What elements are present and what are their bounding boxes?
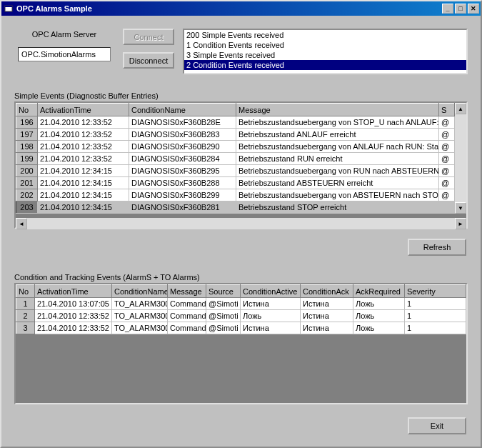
scroll-down-icon[interactable]: ▼	[455, 202, 466, 214]
simple-events-grid[interactable]: No ActivationTime ConditionName Message …	[14, 101, 468, 229]
cell: 199	[16, 153, 38, 165]
table-row[interactable]: 20021.04.2010 12:34:15DIAGNOSIS0xF360B29…	[16, 165, 455, 177]
cell: Betriebszustandsuebergang von ABSTEUERN …	[236, 189, 439, 201]
c-col-message[interactable]: Message	[168, 285, 206, 298]
cell: 3	[16, 322, 35, 334]
disconnect-button[interactable]: Disconnect	[123, 52, 174, 69]
c-col-activation[interactable]: ActivationTime	[35, 285, 112, 298]
table-row[interactable]: 19821.04.2010 12:33:52DIAGNOSIS0xF360B29…	[16, 141, 455, 153]
cell: 21.04.2010 12:33:52	[35, 322, 112, 334]
event-log-item[interactable]: 200 Simple Events received	[184, 30, 466, 40]
cell: Betriebszustandsuebergang von STOP_U nac…	[236, 116, 439, 129]
close-button[interactable]: ✕	[468, 4, 479, 14]
cell: DIAGNOSIS0xF360B281	[129, 201, 236, 214]
scroll-right-icon[interactable]: ►	[455, 218, 466, 229]
table-row[interactable]: 221.04.2010 12:33:52TO_ALARM300(Command@…	[16, 310, 466, 322]
table-row[interactable]: 19621.04.2010 12:33:52DIAGNOSIS0xF360B28…	[16, 116, 455, 129]
c-col-condition[interactable]: ConditionName	[112, 285, 168, 298]
cell: 203	[16, 201, 38, 214]
cell: TO_ALARM300(	[112, 310, 168, 322]
cell: @	[439, 177, 455, 189]
c-col-severity[interactable]: Severity	[405, 285, 466, 298]
cell: Command	[168, 298, 206, 310]
table-row[interactable]: 20321.04.2010 12:34:15DIAGNOSIS0xF360B28…	[16, 201, 455, 214]
col-condition[interactable]: ConditionName	[129, 104, 236, 116]
cell: 21.04.2010 12:33:52	[38, 129, 129, 141]
client-area: OPC Alarm Server Connect Disconnect 200 …	[1, 16, 481, 447]
cell: Betriebszustand ABSTEUERN erreicht	[236, 177, 439, 189]
titlebar[interactable]: OPC Alarms Sample _ □ ✕	[1, 1, 481, 16]
cell: TO_ALARM300(	[112, 298, 168, 310]
cell: 21.04.2010 12:33:52	[38, 116, 129, 129]
minimize-button[interactable]: _	[442, 4, 453, 14]
table-row[interactable]: 121.04.2010 13:07:05TO_ALARM300(Command@…	[16, 298, 466, 310]
cell: @	[439, 141, 455, 153]
server-label: OPC Alarm Server	[32, 30, 96, 39]
main-window: OPC Alarms Sample _ □ ✕ OPC Alarm Server…	[0, 0, 482, 448]
table-row[interactable]: 20121.04.2010 12:34:15DIAGNOSIS0xF360B28…	[16, 177, 455, 189]
cell: Истина	[301, 322, 353, 334]
event-log-item[interactable]: 1 Condition Events received	[184, 40, 466, 50]
scroll-up-icon[interactable]: ▲	[455, 103, 466, 114]
cell: 21.04.2010 12:34:15	[38, 165, 129, 177]
event-log-item[interactable]: 3 Simple Events received	[184, 50, 466, 60]
cell: DIAGNOSIS0xF360B299	[129, 189, 236, 201]
c-col-no[interactable]: No	[16, 285, 35, 298]
simple-vertical-scrollbar[interactable]: ▲ ▼	[455, 103, 466, 214]
c-col-ackreq[interactable]: AckRequired	[353, 285, 405, 298]
col-no[interactable]: No	[16, 104, 38, 116]
cell: 1	[16, 298, 35, 310]
col-activation[interactable]: ActivationTime	[38, 104, 129, 116]
cell: 21.04.2010 12:34:15	[38, 177, 129, 189]
cell: DIAGNOSIS0xF360B290	[129, 141, 236, 153]
maximize-button[interactable]: □	[455, 4, 466, 14]
c-col-ack[interactable]: ConditionAck	[301, 285, 353, 298]
table-row[interactable]: 321.04.2010 12:33:52TO_ALARM300(Command@…	[16, 322, 466, 334]
cell: 201	[16, 177, 38, 189]
cell: Betriebszustandsuebergang von ANLAUF nac…	[236, 141, 439, 153]
cell: Ложь	[353, 310, 405, 322]
cell: Command	[168, 310, 206, 322]
cell: 1	[405, 322, 466, 334]
event-log-item[interactable]: 2 Condition Events received	[184, 60, 466, 70]
cell: 21.04.2010 12:33:52	[35, 310, 112, 322]
col-s[interactable]: S	[439, 104, 455, 116]
cell: DIAGNOSIS0xF360B284	[129, 153, 236, 165]
connect-button[interactable]: Connect	[123, 29, 174, 45]
col-message[interactable]: Message	[236, 104, 439, 116]
cell: 197	[16, 129, 38, 141]
simple-horizontal-scrollbar[interactable]: ◄ ►	[16, 218, 466, 229]
c-col-source[interactable]: Source	[206, 285, 241, 298]
cell: 21.04.2010 12:34:15	[38, 201, 129, 214]
window-title: OPC Alarms Sample	[16, 4, 441, 13]
table-row[interactable]: 19921.04.2010 12:33:52DIAGNOSIS0xF360B28…	[16, 153, 455, 165]
cell: Ложь	[241, 310, 301, 322]
cell: Betriebszustand STOP erreicht	[236, 201, 439, 214]
event-log-listbox[interactable]: 200 Simple Events received1 Condition Ev…	[183, 29, 468, 74]
table-row[interactable]: 19721.04.2010 12:33:52DIAGNOSIS0xF360B28…	[16, 129, 455, 141]
cell: Ложь	[353, 322, 405, 334]
scroll-left-icon[interactable]: ◄	[16, 218, 27, 229]
condition-events-grid[interactable]: No ActivationTime ConditionName Message …	[14, 283, 468, 404]
cell: @	[439, 189, 455, 201]
svg-rect-1	[5, 6, 12, 7]
cell: TO_ALARM300(	[112, 322, 168, 334]
simple-events-label: Simple Events (Diagnostic Buffer Entries…	[14, 91, 468, 100]
cell: @	[439, 153, 455, 165]
server-input[interactable]	[18, 47, 111, 61]
refresh-button[interactable]: Refresh	[408, 239, 466, 256]
cell: 202	[16, 189, 38, 201]
cell: 1	[405, 310, 466, 322]
cell: 1	[405, 298, 466, 310]
table-row[interactable]: 20221.04.2010 12:34:15DIAGNOSIS0xF360B29…	[16, 189, 455, 201]
cell: 2	[16, 310, 35, 322]
cell: 198	[16, 141, 38, 153]
cell: @Simoti	[206, 298, 241, 310]
cell: Betriebszustand RUN erreicht	[236, 153, 439, 165]
c-col-active[interactable]: ConditionActive	[241, 285, 301, 298]
cell: Betriebszustandsuebergang von RUN nach A…	[236, 165, 439, 177]
cell: Истина	[301, 310, 353, 322]
cell: 21.04.2010 13:07:05	[35, 298, 112, 310]
cell: @	[439, 129, 455, 141]
exit-button[interactable]: Exit	[408, 417, 466, 434]
